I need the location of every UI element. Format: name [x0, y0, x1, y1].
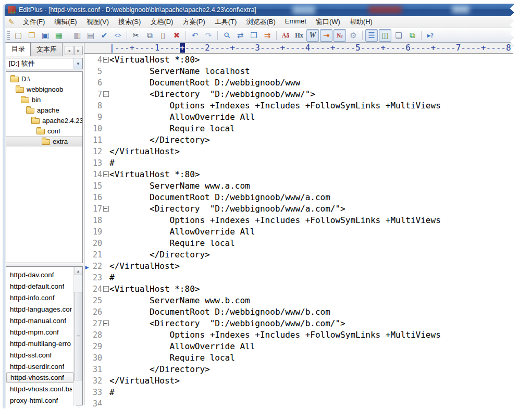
code-line[interactable]: 32 </VirtualHost>: [84, 375, 518, 387]
fold-toggle-icon[interactable]: [102, 364, 109, 375]
toolbar-indent-guides-button[interactable]: ⇥: [320, 29, 332, 42]
toolbar-sort-button[interactable]: ⇉: [261, 29, 274, 42]
tab-scroll-right-button[interactable]: ▸: [74, 46, 83, 55]
fold-toggle-icon[interactable]: [102, 295, 109, 306]
fold-toggle-icon[interactable]: [102, 261, 109, 272]
tree-item[interactable]: extra: [6, 136, 82, 146]
file-list-item[interactable]: httpd-userdir.conf: [6, 361, 73, 372]
title-bar[interactable]: EditPlus - [httpd-vhosts.conf - D:\webbi…: [5, 4, 518, 16]
tree-item[interactable]: webbignoob: [6, 84, 82, 94]
toolbar-cut-button[interactable]: ✂: [130, 29, 142, 42]
menu-item[interactable]: 帮助(H): [345, 16, 377, 28]
document-pencil-icon[interactable]: ✎: [8, 18, 15, 26]
fold-toggle-icon[interactable]: [102, 169, 109, 180]
menu-item[interactable]: 编辑(E): [50, 16, 81, 28]
file-list-item[interactable]: httpd-default.conf: [6, 280, 73, 292]
toolbar-find-in-files-button[interactable]: ❐: [248, 29, 260, 42]
code-line[interactable]: 11 </Directory>: [84, 134, 518, 146]
toolbar-spell-check-button[interactable]: ✔: [98, 29, 110, 42]
toolbar-document-list-button[interactable]: ☰: [365, 29, 378, 42]
file-list-item[interactable]: httpd-vhosts.conf.ba: [6, 383, 73, 394]
scroll-up-button[interactable]: ▲: [74, 267, 82, 275]
toolbar-browser-preview-button[interactable]: ❏: [392, 29, 405, 42]
fold-toggle-icon[interactable]: [102, 157, 109, 169]
toolbar-copy-button[interactable]: ⧉: [143, 29, 156, 42]
fold-toggle-icon[interactable]: [102, 134, 109, 146]
fold-toggle-icon[interactable]: [102, 341, 109, 352]
toolbar-grip[interactable]: [7, 31, 10, 40]
fold-toggle-icon[interactable]: [102, 283, 109, 295]
code-line[interactable]: 21 </Directory>: [84, 249, 518, 261]
toolbar-paste-button[interactable]: ▯: [157, 29, 169, 42]
file-list-item[interactable]: httpd-languages.con: [6, 303, 73, 315]
code-line[interactable]: 15 ServerName www.a.com: [84, 180, 518, 192]
code-line[interactable]: 26 DocumentRoot D:/webbignoob/www/b.com: [84, 306, 518, 318]
fold-toggle-icon[interactable]: [102, 352, 109, 364]
code-line[interactable]: 14 <VirtualHost *:80>: [84, 169, 518, 180]
drive-select[interactable]: [D:] 软件 ▼: [6, 58, 83, 69]
file-list-item[interactable]: httpd-ssl.conf: [6, 349, 73, 361]
fold-toggle-icon[interactable]: [102, 272, 109, 283]
file-list-item[interactable]: httpd-info.conf: [6, 292, 73, 303]
code-line[interactable]: 27 <Directory "D:/webbignoob/www/b.com/"…: [84, 318, 518, 329]
menu-item[interactable]: Emmet: [280, 16, 311, 28]
code-line[interactable]: 16 DocumentRoot D:/webbignoob/www/a.com: [84, 192, 518, 203]
toolbar-replace-button[interactable]: ⇄: [234, 29, 246, 42]
code-line[interactable]: 9 AllowOverride All: [84, 112, 518, 123]
menu-item[interactable]: 搜索(S): [114, 16, 145, 28]
toolbar-save-all-button[interactable]: ▦: [53, 29, 65, 42]
toolbar-line-numbers-button[interactable]: №: [334, 29, 346, 42]
fold-toggle-icon[interactable]: [102, 112, 109, 123]
sidebar-tab[interactable]: 文本库: [31, 43, 63, 56]
code-line[interactable]: 10 Require local: [84, 123, 518, 134]
menu-item[interactable]: 工具(T): [210, 16, 242, 28]
code-line[interactable]: 19 AllowOverride All: [84, 226, 518, 238]
code-line[interactable]: 24 <VirtualHost *:80>: [84, 283, 518, 295]
code-line[interactable]: 6 DocumentRoot D:/webbignoob/www: [84, 77, 518, 89]
toolbar-hex-view-button[interactable]: Hx: [293, 29, 305, 42]
file-list-item[interactable]: httpd-multilang-erro: [6, 338, 73, 349]
code-line[interactable]: 8 Options +Indexes +Includes +FollowSymL…: [84, 100, 518, 112]
fold-toggle-icon[interactable]: [102, 123, 109, 134]
toolbar-print-button[interactable]: ▤: [84, 29, 97, 42]
menu-item[interactable]: 方案(P): [178, 16, 209, 28]
fold-toggle-icon[interactable]: [102, 100, 109, 112]
fold-toggle-icon[interactable]: [102, 329, 109, 341]
menu-item[interactable]: 视图(V): [82, 16, 114, 28]
tree-item[interactable]: D:\: [6, 73, 82, 84]
toolbar-redo-button[interactable]: ↷: [202, 29, 215, 42]
menu-item[interactable]: 文件(F): [18, 16, 50, 28]
toolbar-html-tags-button[interactable]: <>: [112, 29, 124, 42]
code-line[interactable]: 29 AllowOverride All: [84, 341, 518, 352]
code-line[interactable]: 13 #: [84, 157, 518, 169]
file-list-item[interactable]: httpd-manual.conf: [6, 315, 73, 326]
tree-item[interactable]: apache: [6, 105, 82, 115]
chevron-down-icon[interactable]: ▼: [73, 58, 82, 69]
toolbar-find-button[interactable]: ⚲: [220, 29, 233, 42]
toolbar-word-wrap-button[interactable]: W: [306, 29, 319, 42]
code-line[interactable]: 22 </VirtualHost>: [84, 261, 518, 272]
fold-toggle-icon[interactable]: [102, 203, 109, 215]
code-line[interactable]: 23 #: [84, 272, 518, 283]
code-line[interactable]: 5 ServerName localhost: [84, 66, 518, 77]
toolbar-sidebar-toggle-button[interactable]: ◫: [379, 29, 391, 42]
code-line[interactable]: 4 <VirtualHost *:80>: [84, 54, 518, 66]
fold-toggle-icon[interactable]: [102, 318, 109, 329]
fold-toggle-icon[interactable]: [102, 192, 109, 203]
fold-toggle-icon[interactable]: [102, 226, 109, 238]
code-line[interactable]: 25 ServerName www.b.com: [84, 295, 518, 306]
tab-scroll-left-button[interactable]: ◂: [65, 46, 73, 55]
fold-toggle-icon[interactable]: [102, 54, 109, 66]
toolbar-undo-button[interactable]: ↶: [189, 29, 201, 42]
toolbar-preferences-button[interactable]: ⚙: [347, 29, 360, 42]
fold-toggle-icon[interactable]: [102, 387, 109, 398]
code-line[interactable]: 30 Require local: [84, 352, 518, 364]
toolbar-open-file-button[interactable]: ❒: [26, 29, 38, 42]
menu-item[interactable]: 浏览器(B): [241, 16, 280, 28]
tree-item[interactable]: apache2.4.23: [6, 115, 82, 126]
toolbar-open-in-browser-button[interactable]: ⧉: [406, 29, 418, 42]
fold-toggle-icon[interactable]: [102, 215, 109, 226]
fold-toggle-icon[interactable]: [102, 146, 109, 157]
code-area[interactable]: 4 <VirtualHost *:80> 5 ServerName localh…: [84, 54, 518, 414]
fold-toggle-icon[interactable]: [102, 77, 109, 89]
